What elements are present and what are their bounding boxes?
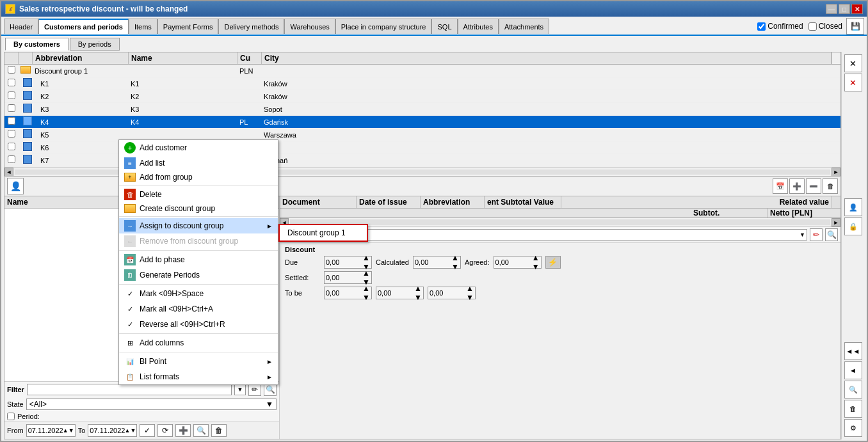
side-btn-5[interactable]: ⚙ bbox=[844, 419, 862, 437]
delete-btn-bottom[interactable]: 🗑 bbox=[211, 424, 227, 437]
side-btn-1[interactable]: ✕ bbox=[844, 54, 862, 72]
minimize-button[interactable]: — bbox=[826, 4, 837, 14]
tobe-input1[interactable]: 0,00 ▲▼ bbox=[324, 287, 372, 299]
filter-dropdown-btn[interactable]: ▼ bbox=[234, 384, 246, 395]
save-button[interactable]: 💾 bbox=[846, 18, 864, 35]
ctx-create-discount[interactable]: Create discount group bbox=[119, 202, 278, 215]
col-netto: Netto [PLN] bbox=[768, 209, 832, 217]
tobe-spinner2[interactable]: ▲▼ bbox=[414, 284, 422, 302]
ctx-assign-discount[interactable]: → Assign to discount group ► bbox=[119, 218, 278, 233]
submenu-item-discount-group-1[interactable]: Discount group 1 bbox=[280, 225, 367, 241]
calculated-spinner[interactable]: ▲▼ bbox=[451, 253, 459, 271]
filter-clear-btn[interactable]: 🔍 bbox=[264, 383, 277, 396]
side-btn-3[interactable]: 👤 bbox=[844, 198, 862, 216]
to-date-spinner[interactable]: ▲▼ bbox=[125, 427, 135, 434]
ctx-add-phase[interactable]: 📅 Add to phase bbox=[119, 252, 278, 267]
tab-customers-periods[interactable]: Customers and periods bbox=[38, 19, 129, 34]
side-btn-nav2[interactable]: ◄ bbox=[844, 361, 862, 379]
filter-input[interactable] bbox=[27, 384, 232, 395]
subtab-by-customers[interactable]: By customers bbox=[5, 38, 68, 51]
ctx-bi-point[interactable]: 📊 BI Point ► bbox=[119, 354, 278, 369]
subtab-by-periods[interactable]: By periods bbox=[70, 38, 120, 51]
from-date-spinner[interactable]: ▲▼ bbox=[63, 427, 74, 434]
row-checkbox[interactable] bbox=[4, 66, 19, 75]
table-row[interactable]: Discount group 1 PLN bbox=[4, 65, 840, 77]
table-row[interactable]: K3 K3 Sopot bbox=[4, 103, 840, 116]
side-btn-search[interactable]: 🔍 bbox=[844, 381, 862, 399]
side-btn-delete[interactable]: 🗑 bbox=[844, 400, 862, 418]
lightning-btn[interactable]: ⚡ bbox=[545, 256, 561, 269]
row-checkbox[interactable] bbox=[4, 130, 19, 139]
tab-warehouses[interactable]: Warehouses bbox=[284, 19, 335, 34]
state-dropdown[interactable]: <All>▼ bbox=[26, 399, 277, 410]
tab-place[interactable]: Place in company structure bbox=[335, 19, 432, 34]
row-checkbox[interactable] bbox=[4, 104, 19, 114]
ctx-reverse-all[interactable]: ✓ Reverse all <09H>Ctrl+R bbox=[119, 317, 278, 332]
export-btn[interactable]: ⟳ bbox=[157, 424, 173, 437]
period-row: Period: bbox=[4, 411, 279, 422]
row-checkbox[interactable] bbox=[4, 79, 19, 88]
agreed-input[interactable]: 0,00 ▲▼ bbox=[494, 256, 542, 269]
ctx-generate-label: Generate Periods bbox=[140, 271, 200, 280]
search-btn-bottom[interactable]: 🔍 bbox=[193, 424, 209, 437]
cell-name: K1 bbox=[129, 80, 237, 88]
calculated-input[interactable]: 0,00 ▲▼ bbox=[413, 256, 461, 269]
tab-header[interactable]: Header bbox=[4, 19, 38, 34]
cell-abbreviation: K7 bbox=[33, 157, 129, 164]
table-row[interactable]: K2 K2 Kraków bbox=[4, 90, 840, 103]
right-filter-combo[interactable]: ▼ bbox=[302, 229, 807, 241]
side-btn-4[interactable]: 🔒 bbox=[844, 217, 862, 235]
right-filter-search[interactable]: 🔍 bbox=[825, 228, 838, 241]
table-row[interactable]: K1 K1 Kraków bbox=[4, 77, 840, 90]
delete-btn[interactable]: 🗑 bbox=[823, 178, 838, 194]
close-button[interactable]: ✕ bbox=[851, 4, 863, 14]
to-date-input[interactable]: 07.11.2022 ▲▼ bbox=[88, 424, 137, 437]
add-btn-bottom[interactable]: ➕ bbox=[175, 424, 191, 437]
minus-btn[interactable]: ➖ bbox=[806, 178, 821, 194]
maximize-button[interactable]: □ bbox=[839, 4, 850, 14]
ctx-add-list[interactable]: ≡ Add list bbox=[119, 155, 278, 171]
row-checkbox[interactable] bbox=[4, 91, 19, 101]
ctx-mark[interactable]: ✓ Mark <09H>Space bbox=[119, 286, 278, 301]
closed-checkbox[interactable] bbox=[808, 22, 817, 31]
tab-payment-forms[interactable]: Payment Forms bbox=[157, 19, 219, 34]
side-btn-2[interactable]: ✕ bbox=[844, 74, 862, 91]
add-btn[interactable]: ➕ bbox=[789, 178, 805, 194]
ctx-list-formats[interactable]: 📋 List formats ► bbox=[119, 369, 278, 384]
period-checkbox[interactable] bbox=[7, 413, 15, 420]
confirmed-checkbox-label: Confirmed bbox=[757, 22, 803, 31]
ctx-add-from-group[interactable]: + Add from group bbox=[119, 171, 278, 184]
row-checkbox[interactable] bbox=[4, 155, 19, 165]
tobe-spinner3[interactable]: ▲▼ bbox=[466, 284, 474, 302]
tab-sql[interactable]: SQL bbox=[431, 19, 457, 34]
side-btn-nav1[interactable]: ◄◄ bbox=[844, 342, 862, 360]
due-input[interactable]: 0,00 ▲▼ bbox=[324, 256, 372, 269]
from-date-input[interactable]: 07.11.2022 ▲▼ bbox=[26, 424, 76, 437]
tab-attachments[interactable]: Attachments bbox=[499, 19, 549, 34]
right-filter-edit[interactable]: ✏ bbox=[810, 228, 823, 241]
ctx-mark-all[interactable]: ✓ Mark all <09H>Ctrl+A bbox=[119, 301, 278, 317]
person-icon[interactable]: 👤 bbox=[7, 178, 24, 194]
ctx-sep6 bbox=[119, 352, 278, 352]
ctx-add-columns[interactable]: ⊞ Add columns bbox=[119, 335, 278, 351]
ctx-remove-discount[interactable]: ← Remove from discount group bbox=[119, 233, 278, 249]
row-checkbox[interactable] bbox=[4, 143, 19, 152]
ctx-add-customer[interactable]: + Add customer bbox=[119, 140, 278, 155]
table-row[interactable]: K4 K4 PL Gdańsk bbox=[4, 116, 840, 129]
sub-tabs: By customers By periods bbox=[1, 36, 867, 51]
confirmed-checkbox[interactable] bbox=[757, 22, 766, 31]
tobe-input3[interactable]: 0,00 ▲▼ bbox=[428, 287, 476, 299]
tab-items[interactable]: Items bbox=[129, 19, 157, 34]
tab-attributes[interactable]: Attributes bbox=[458, 19, 499, 34]
tobe-input2[interactable]: 0,00 ▲▼ bbox=[376, 287, 424, 299]
calendar-btn[interactable]: 📅 bbox=[773, 178, 788, 194]
filter-edit-btn[interactable]: ✏ bbox=[248, 383, 261, 396]
tab-delivery-methods[interactable]: Delivery methods bbox=[218, 19, 284, 34]
agreed-spinner[interactable]: ▲▼ bbox=[532, 253, 540, 271]
ctx-delete[interactable]: 🗑 Delete bbox=[119, 187, 278, 202]
apply-date-btn[interactable]: ✓ bbox=[140, 424, 155, 437]
settled-input[interactable]: 0,00 ▲▼ bbox=[324, 271, 372, 284]
ctx-generate-periods[interactable]: 🗓 Generate Periods bbox=[119, 267, 278, 283]
tobe-spinner1[interactable]: ▲▼ bbox=[362, 284, 370, 302]
row-checkbox[interactable] bbox=[4, 117, 19, 127]
